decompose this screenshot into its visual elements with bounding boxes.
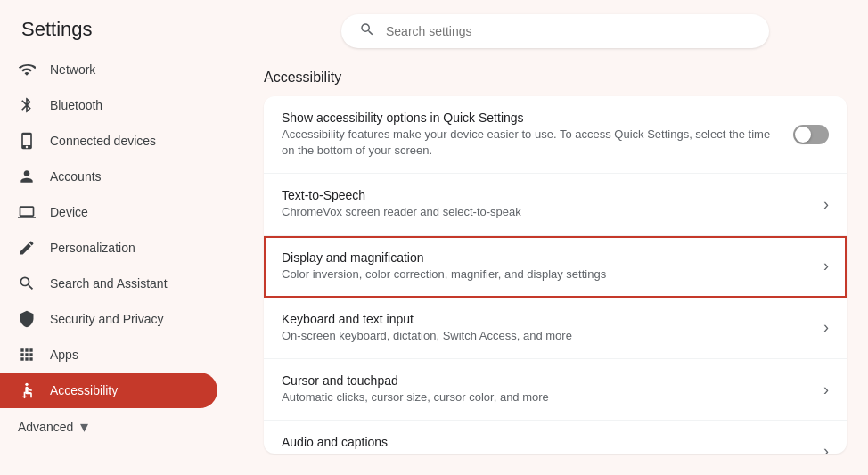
row-action-chevron-cursor: › bbox=[823, 381, 829, 399]
sidebar-item-accounts[interactable]: Accounts bbox=[0, 159, 217, 194]
row-audio-captions[interactable]: Audio and captions Mono audio, startup, … bbox=[264, 421, 847, 454]
row-action-chevron-audio: › bbox=[823, 442, 829, 454]
sidebar-item-accessibility[interactable]: Accessibility bbox=[0, 373, 217, 408]
advanced-label: Advanced bbox=[18, 420, 73, 434]
row-text-audio: Audio and captions Mono audio, startup, … bbox=[282, 435, 809, 454]
row-subtitle-display: Color inversion, color correction, magni… bbox=[282, 266, 809, 283]
chevron-down-icon: ▾ bbox=[80, 417, 88, 437]
accessibility-options-toggle[interactable] bbox=[793, 125, 829, 144]
chevron-right-icon: › bbox=[823, 318, 829, 337]
sidebar-item-accessibility-label: Accessibility bbox=[50, 383, 118, 397]
row-subtitle-audio: Mono audio, startup, Live Caption, and m… bbox=[282, 451, 809, 454]
sidebar-item-security-privacy-label: Security and Privacy bbox=[50, 312, 164, 326]
row-text-display: Display and magnification Color inversio… bbox=[282, 250, 809, 283]
topbar bbox=[264, 0, 847, 62]
sidebar-item-device[interactable]: Device bbox=[0, 194, 217, 230]
phone-icon bbox=[18, 132, 36, 150]
sidebar-item-search-assistant-label: Search and Assistant bbox=[50, 276, 168, 291]
sidebar-item-apps[interactable]: Apps bbox=[0, 337, 217, 373]
sidebar-item-advanced[interactable]: Advanced ▾ bbox=[0, 408, 228, 446]
sidebar-item-personalization-label: Personalization bbox=[50, 241, 135, 255]
chevron-right-icon: › bbox=[823, 381, 829, 399]
sidebar-item-connected-devices-label: Connected devices bbox=[50, 134, 156, 148]
edit-icon bbox=[18, 239, 36, 257]
app-title: Settings bbox=[0, 0, 228, 52]
row-text-show-accessibility: Show accessibility options in Quick Sett… bbox=[282, 111, 779, 159]
row-subtitle-cursor: Automatic clicks, cursor size, cursor co… bbox=[282, 389, 809, 405]
sidebar-item-search-assistant[interactable]: Search and Assistant bbox=[0, 266, 217, 301]
person-icon bbox=[18, 168, 36, 185]
sidebar: Settings Network Bluetooth Connected dev… bbox=[0, 0, 228, 475]
sidebar-item-bluetooth-label: Bluetooth bbox=[50, 98, 102, 112]
row-title-audio: Audio and captions bbox=[282, 435, 809, 449]
sidebar-item-security-privacy[interactable]: Security and Privacy bbox=[0, 301, 217, 337]
row-action-chevron-display: › bbox=[823, 257, 829, 275]
sidebar-item-personalization[interactable]: Personalization bbox=[0, 230, 217, 266]
search-nav-icon bbox=[18, 274, 36, 292]
search-input[interactable] bbox=[386, 24, 751, 38]
chevron-right-icon: › bbox=[823, 195, 829, 214]
row-action-chevron-tts: › bbox=[823, 195, 829, 214]
shield-icon bbox=[18, 310, 36, 328]
search-box[interactable] bbox=[341, 14, 769, 48]
sidebar-item-accounts-label: Accounts bbox=[50, 169, 102, 184]
sidebar-item-network-label: Network bbox=[50, 62, 95, 77]
row-action-toggle bbox=[793, 125, 829, 144]
sidebar-item-connected-devices[interactable]: Connected devices bbox=[0, 123, 217, 159]
row-text-keyboard: Keyboard and text input On-screen keyboa… bbox=[282, 312, 809, 344]
bluetooth-icon bbox=[18, 96, 36, 114]
settings-card: Show accessibility options in Quick Sett… bbox=[264, 96, 847, 454]
row-show-accessibility-options[interactable]: Show accessibility options in Quick Sett… bbox=[264, 96, 847, 174]
row-title-display: Display and magnification bbox=[282, 250, 809, 265]
chevron-right-icon: › bbox=[823, 442, 829, 454]
row-subtitle-tts: ChromeVox screen reader and select-to-sp… bbox=[282, 204, 809, 220]
row-title-tts: Text-to-Speech bbox=[282, 188, 809, 202]
sidebar-item-device-label: Device bbox=[50, 205, 88, 219]
row-display-magnification[interactable]: Display and magnification Color inversio… bbox=[264, 236, 847, 298]
sidebar-item-apps-label: Apps bbox=[50, 348, 78, 362]
search-icon bbox=[359, 21, 375, 41]
section-title: Accessibility bbox=[264, 70, 847, 86]
row-text-tts: Text-to-Speech ChromeVox screen reader a… bbox=[282, 188, 809, 220]
row-title-show-accessibility: Show accessibility options in Quick Sett… bbox=[282, 111, 779, 125]
row-title-cursor: Cursor and touchpad bbox=[282, 373, 809, 388]
sidebar-item-bluetooth[interactable]: Bluetooth bbox=[0, 87, 217, 123]
grid-icon bbox=[18, 346, 36, 364]
chevron-right-icon: › bbox=[823, 257, 829, 275]
row-action-chevron-keyboard: › bbox=[823, 318, 829, 337]
laptop-icon bbox=[18, 203, 36, 221]
main-content: Accessibility Show accessibility options… bbox=[228, 0, 868, 475]
row-subtitle-keyboard: On-screen keyboard, dictation, Switch Ac… bbox=[282, 328, 809, 344]
svg-point-0 bbox=[25, 383, 28, 386]
sidebar-item-network[interactable]: Network bbox=[0, 52, 217, 87]
row-text-to-speech[interactable]: Text-to-Speech ChromeVox screen reader a… bbox=[264, 174, 847, 235]
row-cursor-touchpad[interactable]: Cursor and touchpad Automatic clicks, cu… bbox=[264, 359, 847, 421]
row-title-keyboard: Keyboard and text input bbox=[282, 312, 809, 326]
accessibility-icon bbox=[18, 381, 36, 399]
wifi-icon bbox=[18, 61, 36, 78]
row-text-cursor: Cursor and touchpad Automatic clicks, cu… bbox=[282, 373, 809, 405]
row-keyboard-text-input[interactable]: Keyboard and text input On-screen keyboa… bbox=[264, 298, 847, 359]
row-subtitle-show-accessibility: Accessibility features make your device … bbox=[282, 127, 779, 159]
